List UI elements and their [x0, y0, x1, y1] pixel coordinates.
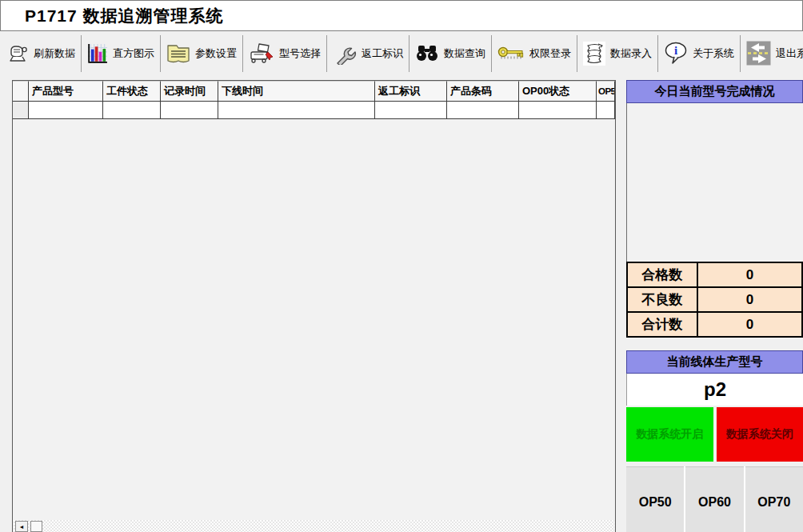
- table-row[interactable]: [13, 102, 615, 119]
- data-system-off-button[interactable]: 数据系统关闭: [717, 407, 803, 462]
- toolbar-button-label: 关于系统: [693, 46, 734, 61]
- refresh-data-button[interactable]: 刷新数据: [2, 34, 81, 73]
- qualified-count-label: 合格数: [628, 263, 697, 286]
- grid-header-workpiece-status[interactable]: 工件状态: [103, 81, 161, 102]
- rework-mark-button[interactable]: 返工标识: [327, 34, 409, 73]
- total-count-value: 0: [698, 313, 801, 336]
- table-cell[interactable]: [519, 102, 597, 119]
- qualified-count-value: 0: [698, 263, 801, 286]
- title-bar: P1717 数据追溯管理系统: [0, 0, 803, 31]
- app-title: P1717 数据追溯管理系统: [25, 5, 224, 27]
- row-selector-cell[interactable]: [13, 102, 29, 119]
- about-system-button[interactable]: i 关于系统: [658, 34, 740, 73]
- toolbar-button-label: 直方图示: [113, 46, 154, 61]
- grid-header-rework-mark[interactable]: 返工标识: [375, 81, 447, 102]
- toolbar-button-label: 数据查询: [444, 46, 485, 61]
- svg-text:i: i: [674, 44, 677, 57]
- toolbar-button-label: 参数设置: [195, 46, 237, 61]
- stat-row-defective: 不良数 0: [628, 288, 801, 311]
- station-op70: OP70: [745, 466, 803, 532]
- current-model-value: p2: [626, 374, 803, 406]
- table-cell[interactable]: [447, 102, 519, 119]
- stat-row-qualified: 合格数 0: [628, 263, 801, 286]
- table-cell[interactable]: [597, 102, 615, 119]
- data-system-on-button[interactable]: 数据系统开启: [626, 407, 713, 462]
- data-query-icon: [415, 44, 439, 63]
- toolbar-button-label: 刷新数据: [34, 46, 75, 61]
- trace-data-grid: 产品型号 工件状态 记录时间 下线时间 返工标识 产品条码 OP00状态 OP5…: [12, 80, 616, 532]
- system-buttons-row: 数据系统开启 数据系统关闭: [626, 407, 803, 462]
- defective-count-value: 0: [698, 288, 801, 311]
- toolbar-button-label: 权限登录: [529, 46, 571, 61]
- panel-gap: [626, 338, 803, 350]
- data-entry-button[interactable]: 数据录入: [577, 34, 657, 73]
- histogram-button[interactable]: 直方图示: [82, 34, 160, 73]
- exit-system-icon: [746, 41, 771, 66]
- horizontal-scrollbar[interactable]: ◄: [14, 520, 614, 532]
- toolbar-button-label: 数据录入: [610, 46, 652, 61]
- scroll-left-button[interactable]: ◄: [15, 521, 28, 532]
- scrollbar-thumb[interactable]: [30, 521, 42, 532]
- grid-header-op50[interactable]: OP50: [597, 81, 615, 102]
- total-count-label: 合计数: [628, 313, 697, 336]
- exit-system-button[interactable]: 退出系统: [741, 34, 803, 73]
- table-cell[interactable]: [29, 102, 103, 119]
- table-cell[interactable]: [103, 102, 161, 119]
- grid-header-row: 产品型号 工件状态 记录时间 下线时间 返工标识 产品条码 OP00状态 OP5…: [13, 80, 615, 102]
- grid-header-selector[interactable]: [13, 81, 29, 102]
- table-cell[interactable]: [375, 102, 447, 119]
- parameters-icon: [166, 43, 190, 63]
- about-system-icon: i: [664, 42, 688, 65]
- right-panel: 今日当前型号完成情况 合格数 0 不良数 0 合计数 0 当前线体生产型号 p2…: [626, 80, 803, 532]
- permission-login-icon: [497, 45, 525, 62]
- stat-row-total: 合计数 0: [628, 313, 801, 336]
- data-entry-icon: [583, 42, 605, 66]
- grid-header-op00-status[interactable]: OP00状态: [519, 81, 597, 102]
- today-completion-header: 今日当前型号完成情况: [626, 80, 803, 103]
- defective-count-label: 不良数: [628, 288, 697, 311]
- table-cell[interactable]: [218, 102, 375, 119]
- completion-stats-table: 合格数 0 不良数 0 合计数 0: [626, 262, 803, 338]
- histogram-icon: [87, 43, 108, 64]
- grid-header-product-model[interactable]: 产品型号: [29, 81, 103, 102]
- toolbar-button-label: 退出系统: [776, 46, 803, 61]
- rework-mark-icon: [333, 42, 357, 65]
- data-query-button[interactable]: 数据查询: [409, 34, 491, 73]
- table-cell[interactable]: [161, 102, 218, 119]
- line-model-header: 当前线体生产型号: [626, 350, 803, 374]
- toolbar-button-label: 型号选择: [279, 46, 321, 61]
- grid-header-record-time[interactable]: 记录时间: [161, 81, 218, 102]
- station-op60: OP60: [685, 466, 743, 532]
- model-select-icon: [249, 42, 274, 64]
- grid-header-offline-time[interactable]: 下线时间: [218, 81, 375, 102]
- permission-login-button[interactable]: 权限登录: [492, 34, 577, 73]
- parameters-button[interactable]: 参数设置: [161, 34, 242, 73]
- grid-header-product-barcode[interactable]: 产品条码: [447, 81, 519, 102]
- station-status-row: OP50 OP60 OP70: [626, 466, 803, 532]
- today-completion-chart-area: [626, 103, 803, 262]
- toolbar: 刷新数据 直方图示 参数设置: [0, 33, 803, 74]
- model-select-button[interactable]: 型号选择: [243, 34, 326, 73]
- refresh-data-icon: [7, 43, 29, 64]
- station-op50: OP50: [626, 466, 684, 532]
- toolbar-button-label: 返工标识: [362, 46, 403, 61]
